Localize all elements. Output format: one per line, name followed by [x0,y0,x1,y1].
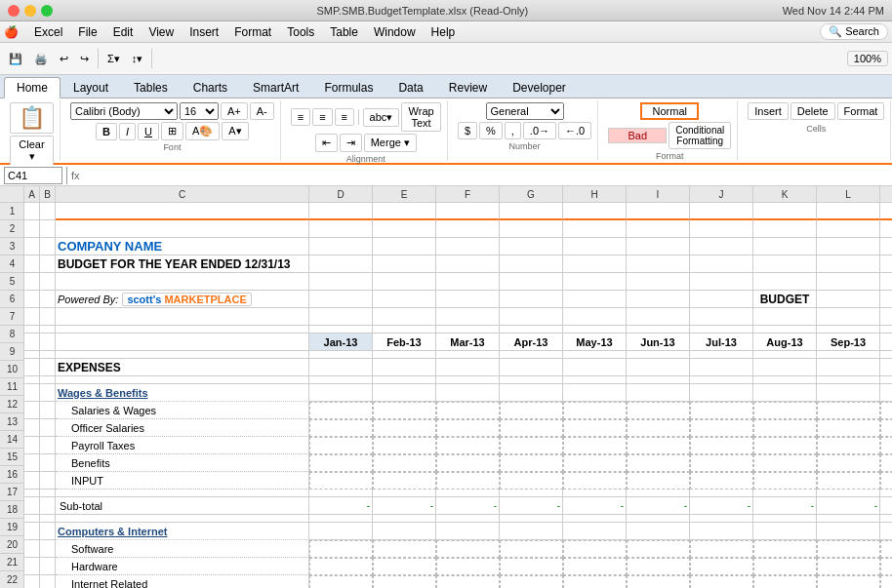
insert-cells-button[interactable]: Insert [748,102,789,120]
cell-a11[interactable] [24,359,40,376]
cell-i23[interactable] [627,540,690,558]
subtotal1-d[interactable]: - [309,497,373,515]
cell-h19[interactable] [563,490,627,497]
cell-a13[interactable] [24,384,40,402]
cell-d3[interactable] [309,238,373,255]
cell-e11[interactable] [373,359,436,376]
cell-b4[interactable] [40,255,56,273]
cell-f17[interactable] [436,454,500,472]
cell-l21[interactable] [817,515,880,523]
decrease-indent-button[interactable]: ⇤ [315,134,338,152]
cell-j16[interactable] [690,437,753,454]
cell-k10[interactable] [753,351,817,359]
cell-h12[interactable] [563,376,627,384]
cell-j22[interactable] [690,523,753,540]
cell-g22[interactable] [500,523,563,540]
cell-k15[interactable] [753,419,817,437]
cell-e21[interactable] [373,515,436,523]
cell-a25[interactable] [24,575,40,588]
cell-k19[interactable] [753,490,817,497]
bold-button[interactable]: B [96,123,117,140]
cell-k5[interactable] [753,273,817,291]
cell-e24[interactable] [373,558,436,575]
clear-button[interactable]: Clear ▾ [10,136,54,166]
col-header-a[interactable]: A [24,186,40,202]
cell-j18[interactable] [690,472,753,490]
cell-j19[interactable] [690,490,753,497]
cell-h10[interactable] [563,351,627,359]
cell-a17[interactable] [24,454,40,472]
cell-k16[interactable] [753,437,817,454]
subtotal1-k[interactable]: - [753,497,817,515]
cell-a10[interactable] [24,351,40,359]
cell-d18[interactable] [309,472,373,490]
cell-j5[interactable] [690,273,753,291]
format-cells-button[interactable]: Format [837,102,885,120]
cell-e14[interactable] [373,402,436,419]
cell-b22[interactable] [40,523,56,540]
decrease-decimal-button[interactable]: ←.0 [558,122,591,139]
company-name-cell[interactable]: COMPANY NAME [56,238,309,255]
cell-c21[interactable] [56,515,309,523]
cell-b16[interactable] [40,437,56,454]
number-format-select[interactable]: General [486,102,564,120]
cell-e25[interactable] [373,575,436,588]
cell-d6[interactable] [309,291,373,308]
cell-h13[interactable] [563,384,627,402]
cell-c19[interactable] [56,490,309,497]
cell-h8[interactable] [563,326,627,333]
cell-b25[interactable] [40,575,56,588]
cell-b20[interactable] [40,497,56,515]
cell-i14[interactable] [627,402,690,419]
cell-g12[interactable] [500,376,563,384]
cell-b8[interactable] [40,326,56,333]
subtotal1-l[interactable]: - [817,497,880,515]
cell-m14[interactable] [880,402,892,419]
cell-b11[interactable] [40,359,56,376]
cell-d8[interactable] [309,326,373,333]
tab-smartart[interactable]: SmartArt [240,77,311,98]
cell-a15[interactable] [24,419,40,437]
cell-h17[interactable] [563,454,627,472]
cell-b17[interactable] [40,454,56,472]
cell-m6[interactable] [880,291,892,308]
subtotal1-g[interactable]: - [500,497,563,515]
merge-button[interactable]: Merge ▾ [364,134,417,152]
cell-a5[interactable] [24,273,40,291]
cell-f12[interactable] [436,376,500,384]
subtotal1-i[interactable]: - [627,497,690,515]
cell-a2[interactable] [24,220,40,238]
cell-k12[interactable] [753,376,817,384]
cell-m10[interactable] [880,351,892,359]
cell-l23[interactable] [817,540,880,558]
cell-a14[interactable] [24,402,40,419]
cell-d16[interactable] [309,437,373,454]
tab-data[interactable]: Data [385,77,435,98]
cell-b9[interactable] [40,333,56,351]
cell-m3[interactable] [880,238,892,255]
cell-m1[interactable] [880,203,892,220]
cell-k7[interactable] [753,308,817,326]
col-header-l[interactable]: L [817,186,880,202]
cell-i7[interactable] [627,308,690,326]
menu-help[interactable]: Help [424,23,464,41]
col-header-e[interactable]: E [373,186,436,202]
cell-e19[interactable] [373,490,436,497]
cell-d15[interactable] [309,419,373,437]
cell-j24[interactable] [690,558,753,575]
cell-a3[interactable] [24,238,40,255]
maximize-button[interactable] [41,5,53,17]
aug-header-cell[interactable]: Aug-13 [753,333,817,351]
tab-charts[interactable]: Charts [181,77,240,98]
cell-g15[interactable] [500,419,563,437]
cell-a7[interactable] [24,308,40,326]
cell-f13[interactable] [436,384,500,402]
cell-b10[interactable] [40,351,56,359]
cell-h25[interactable] [563,575,627,588]
cell-h15[interactable] [563,419,627,437]
cell-l3[interactable] [817,238,880,255]
cell-h1[interactable] [563,203,627,220]
search-bar[interactable]: 🔍 Search [820,23,888,40]
cell-m11[interactable] [880,359,892,376]
cell-m4[interactable] [880,255,892,273]
